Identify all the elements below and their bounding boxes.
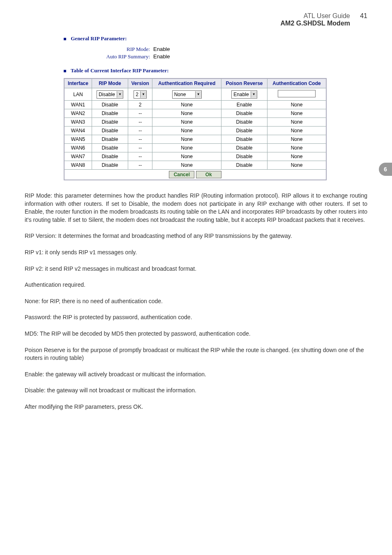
cell-version: -- [128,118,152,127]
config-screenshot: General RIP Parameter: RIP Mode: Enable … [64,35,327,180]
th-version: Version [128,78,152,88]
cell-poison: Disable [221,144,267,152]
paragraph: RIP Version: It determines the format an… [25,232,367,240]
cell-rip_mode: Disable [92,144,128,152]
table-row: WAN5Disable--NoneDisableNone [64,135,326,144]
cell-auth_req: None [152,109,221,118]
cell-poison: Disable [221,152,267,161]
paragraph: RIP Mode: this parameter determines how … [25,192,367,224]
cell-version: 2 [128,101,152,109]
th-rip-mode: RIP Mode [92,78,128,88]
cell-interface: WAN6 [64,144,92,152]
bullet-icon [64,70,66,72]
cell-auth_req: None [152,161,221,170]
cell-version: -- [128,152,152,161]
cell-auth_code: None [267,127,327,135]
cell-rip_mode: Disable [92,161,128,170]
cell-interface: WAN1 [64,101,92,109]
cell-version: -- [128,109,152,118]
cell-auth_req: None [152,118,221,127]
section-title: Table of Current Interface RIP Parameter… [71,67,169,74]
bullet-icon [64,38,66,40]
paragraph: Enable: the gateway will actively broadc… [25,371,367,379]
paragraph: None: for RIP, there is no need of authe… [25,297,367,306]
rip-mode-label: RIP Mode: [64,46,153,53]
cell-poison: Disable [221,135,267,144]
cell-rip_mode: Disable [92,118,128,127]
cell-rip_mode: Disable [92,152,128,161]
th-auth-code: Authentication Code [267,78,327,88]
cell-poison: Disable [221,127,267,135]
poison-select[interactable]: Enable ▼ [231,90,257,99]
cell-version: -- [128,144,152,152]
paragraph: RIP v1: it only sends RIP v1 messages on… [25,249,367,257]
cell-rip_mode: Disable [92,109,128,118]
cell-poison: Disable [221,118,267,127]
cell-rip_mode: Disable [92,127,128,135]
table-row: WAN6Disable--NoneDisableNone [64,144,326,152]
cell-auth_code: None [267,144,327,152]
section-title: General RIP Parameter: [71,35,127,41]
cancel-button[interactable]: Cancel [169,171,194,178]
cell-version: -- [128,135,152,144]
cell-auth_code: None [267,101,327,109]
cell-interface: WAN3 [64,118,92,127]
auth-req-select[interactable]: None ▼ [172,90,202,99]
paragraph: MD5: The RIP will be decoded by MD5 then… [25,330,367,338]
cell-auth_req: None [152,152,221,161]
cell-interface: WAN7 [64,152,92,161]
paragraph: RIP v2: it send RIP v2 messages in multi… [25,265,367,273]
paragraph: Poison Reserve is for the purpose of pro… [25,346,367,362]
chevron-down-icon: ▼ [140,91,146,98]
auto-rip-summary-label: Auto RIP Summary: [64,53,153,60]
guide-title: ATL User Guide [304,12,350,19]
cell-auth_req: None [152,127,221,135]
cell-auth_code: None [267,118,327,127]
section-table-rip: Table of Current Interface RIP Parameter… [64,67,327,74]
chevron-down-icon: ▼ [117,91,123,98]
body-text: RIP Mode: this parameter determines how … [25,192,367,411]
table-row: WAN2Disable--NoneDisableNone [64,109,326,118]
ok-button[interactable]: Ok [196,171,221,178]
cell-interface: WAN2 [64,109,92,118]
chevron-down-icon: ▼ [195,91,201,98]
cell-auth_code: None [267,135,327,144]
cell-auth_req: None [152,144,221,152]
cell-auth_req: None [152,101,221,109]
table-row: WAN4Disable--NoneDisableNone [64,127,326,135]
version-select[interactable]: 2 ▼ [134,90,147,99]
table-row: WAN8Disable--NoneDisableNone [64,161,326,170]
th-auth-req: Authentication Required [152,78,221,88]
cell-poison: Enable [221,101,267,109]
cell-interface: WAN8 [64,161,92,170]
table-row: WAN3Disable--NoneDisableNone [64,118,326,127]
cell-interface: WAN5 [64,135,92,144]
cell-interface: WAN4 [64,127,92,135]
th-interface: Interface [64,78,92,88]
th-poison: Poison Reverse [221,78,267,88]
table-row: WAN7Disable--NoneDisableNone [64,152,326,161]
chevron-down-icon: ▼ [251,91,257,98]
paragraph: Disable: the gateway will not broadcast … [25,387,367,395]
cell-poison: Disable [221,109,267,118]
paragraph: After modifying the RIP parameters, pres… [25,403,367,411]
rip-mode-select[interactable]: Disable ▼ [97,90,123,99]
cell-auth_code: None [267,109,327,118]
cell-auth_code: None [267,152,327,161]
paragraph: Authentication required. [25,281,367,289]
cell-poison: Disable [221,161,267,170]
cell-version: -- [128,127,152,135]
page-number: 41 [360,12,367,19]
paragraph: Password: the RIP is protected by passwo… [25,313,367,322]
rip-table: Interface RIP Mode Version Authenticatio… [64,78,327,180]
auth-code-input[interactable] [278,90,316,97]
chapter-tab: 6 [379,163,392,176]
cell-auth_code: None [267,161,327,170]
auto-rip-summary-value: Enable [153,53,170,60]
cell-rip_mode: Disable [92,135,128,144]
cell-rip_mode: Disable [92,101,128,109]
page-header: ATL User Guide 41 AM2 G.SHDSL Modem [25,12,367,27]
cell-auth_req: None [152,135,221,144]
cell-interface: LAN [64,88,92,101]
table-row: WAN1Disable2NoneEnableNone [64,101,326,109]
